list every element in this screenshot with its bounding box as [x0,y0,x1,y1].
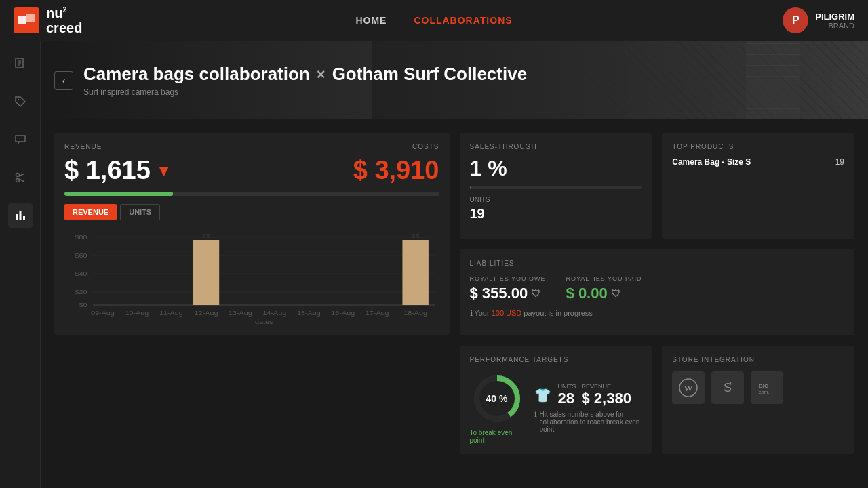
sales-through-card: SALES-THROUGH 1 % UNITS 19 [460,133,652,239]
sidebar-icon-scissors[interactable] [8,165,33,190]
svg-rect-1 [26,14,35,22]
down-arrow-icon: ▼ [156,161,172,180]
user-area: P PILIGRIM BRAND [783,7,854,33]
bar-12aug [193,240,219,305]
wordpress-logo[interactable]: W [672,371,705,404]
targets-row: 👕 UNITS 28 REVENUE $ 2,380 [534,383,642,407]
svg-text:$0: $0 [79,302,88,308]
nav-home[interactable]: HOME [355,15,387,26]
royalties-paid-value: $ 0.00 🛡 [566,285,642,302]
svg-text:$60: $60 [75,252,88,259]
shield-icon: 🛡 [531,288,540,299]
royalties-owe-label: ROYALTIES YOU OWE [470,275,546,282]
perf-units: 28 [558,390,576,407]
revenue-toggle-btn[interactable]: REVENUE [64,204,117,220]
user-role: BRAND [815,22,854,30]
performance-card: PERFORMANCE TARGETS 40 % To break even p… [460,346,652,454]
sidebar [0,41,41,488]
svg-text:$80: $80 [75,234,88,241]
hero-title: Camera bags collaboration × Gotham Surf … [83,64,527,85]
shirt-icon: 👕 [534,387,551,403]
store-icons: W S BIG com. [672,371,844,404]
top-products-label: TOP PRODUCTS [672,143,844,150]
svg-text:13-Aug: 13-Aug [229,310,252,317]
content-area: ‹ Camera bags collaboration × Gotham Sur… [41,41,868,488]
svg-text:16-Aug: 16-Aug [331,310,355,317]
donut-label: 40 % [486,393,508,404]
royalties-owe-value: $ 355.00 🛡 [470,285,546,302]
sidebar-icon-chat[interactable] [8,127,33,152]
donut-wrapper: 40 % To break even point [470,371,524,444]
revenue-costs-row: $ 1,615 ▼ $ 3,910 [64,156,439,185]
sidebar-icon-tag[interactable] [8,89,33,114]
svg-text:17-Aug: 17-Aug [366,310,389,317]
svg-point-7 [16,174,19,177]
payout-amount: 100 USD [492,309,522,317]
svg-text:12-Aug: 12-Aug [195,310,218,317]
revenue-header: REVENUE COSTS [64,143,439,150]
sales-through-percent: 1 % [470,156,642,181]
avatar: P [783,7,808,33]
units-toggle-btn[interactable]: UNITS [120,204,160,220]
dashboard-grid: REVENUE COSTS $ 1,615 ▼ $ 3,910 REVENUE … [41,119,868,468]
nav-collaborations[interactable]: COLLABORATIONS [414,15,512,26]
revenue-progress-bar [64,192,439,196]
payout-notice: ℹ Your 100 USD payout is in progress [470,309,845,318]
user-name: PILIGRIM [815,12,854,22]
costs-value: $ 3,910 [353,156,439,185]
shopify-logo[interactable]: S [711,371,744,404]
info-icon-perf: ℹ [534,411,537,418]
costs-label: COSTS [412,143,439,150]
svg-text:10-Aug: 10-Aug [125,310,149,317]
hero-banner: ‹ Camera bags collaboration × Gotham Sur… [41,41,868,119]
svg-rect-11 [16,214,18,220]
svg-text:85: 85 [202,232,211,239]
performance-targets: 👕 UNITS 28 REVENUE $ 2,380 [534,383,642,433]
product-name: Camera Bag - Size S [672,157,751,167]
back-button[interactable]: ‹ [54,71,73,90]
sales-bar [470,186,642,189]
sales-through-label: SALES-THROUGH [470,143,642,150]
revenue-card: REVENUE COSTS $ 1,615 ▼ $ 3,910 REVENUE … [54,133,450,336]
top-products-card: TOP PRODUCTS Camera Bag - Size S 19 [662,133,854,239]
break-even-label: To break even point [470,429,524,444]
sales-bar-fill [470,186,472,189]
perf-note: ℹ Hit sales numbers above for collaborat… [534,411,642,433]
perf-revenue: $ 2,380 [582,390,631,407]
revenue-label: REVENUE [64,143,102,150]
svg-rect-0 [18,16,26,24]
top-navigation: nu2creed HOME COLLABORATIONS P PILIGRIM … [0,0,868,41]
bar-chart: $80 $60 $40 $20 $0 85 85 [64,230,439,325]
progress-fill [64,192,173,196]
svg-text:14-Aug: 14-Aug [262,310,286,317]
sidebar-icon-chart[interactable] [8,203,33,228]
toggle-buttons: REVENUE UNITS [64,204,439,220]
royalties-owe-col: ROYALTIES YOU OWE $ 355.00 🛡 [470,275,546,302]
store-label: STORE INTEGRATION [672,356,844,363]
store-integration-card: STORE INTEGRATION W S [662,346,854,454]
bigcommerce-logo[interactable]: BIG com. [751,371,783,404]
hero-subtitle: Surf inspired camera bags [83,87,527,97]
logo[interactable]: nu2creed [14,5,82,35]
svg-rect-13 [23,216,25,220]
chart-svg: $80 $60 $40 $20 $0 85 85 [64,230,439,325]
units-label: UNITS [470,196,642,203]
info-icon: ℹ [470,309,473,317]
svg-text:09-Aug: 09-Aug [91,310,115,317]
svg-text:dates: dates [255,319,273,325]
svg-text:BIG: BIG [759,383,768,389]
royalties-paid-label: ROYALTIES YOU PAID [566,275,642,282]
brand-title: Gotham Surf Collective [332,64,528,85]
liabilities-label: LIABILITIES [470,260,845,267]
svg-point-6 [17,99,18,100]
liabilities-row: ROYALTIES YOU OWE $ 355.00 🛡 ROYALTIES Y… [470,275,845,302]
bar-18aug [402,240,428,305]
sidebar-icon-document[interactable] [8,52,33,76]
royalties-paid-col: ROYALTIES YOU PAID $ 0.00 🛡 [566,275,642,302]
product-count: 19 [835,157,844,167]
svg-point-8 [16,179,19,182]
performance-content: 40 % To break even point 👕 UNITS 2 [470,371,642,444]
revenue-value: $ 1,615 ▼ [64,156,172,185]
svg-text:15-Aug: 15-Aug [297,310,321,317]
cross-icon: × [317,66,326,83]
